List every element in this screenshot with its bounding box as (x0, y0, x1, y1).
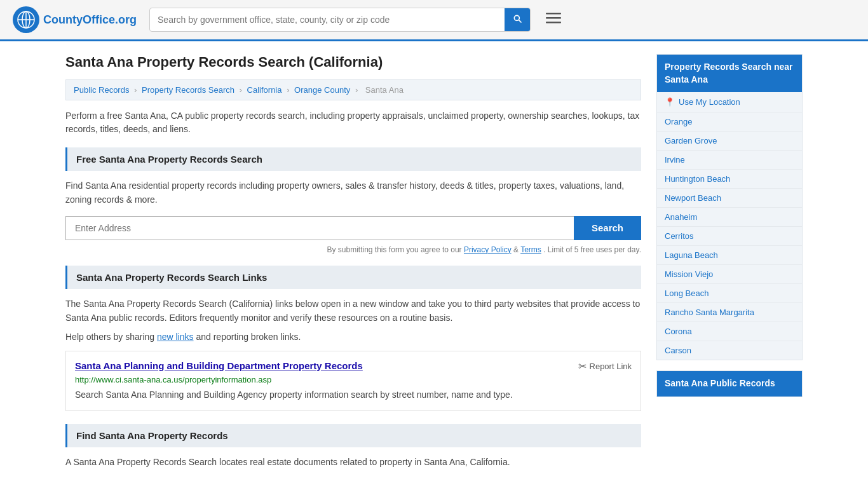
links-section-heading: Santa Ana Property Records Search Links (65, 266, 641, 289)
new-links-link[interactable]: new links (157, 332, 194, 342)
find-section-heading: Find Santa Ana Property Records (65, 424, 641, 447)
sidebar-item-long-beach[interactable]: Long Beach (657, 284, 802, 303)
free-search-description: Find Santa Ana residential property reco… (65, 179, 641, 207)
sidebar-item-rancho-santa-margarita[interactable]: Rancho Santa Margarita (657, 303, 802, 322)
header-search-bar (149, 8, 531, 32)
find-section: Find Santa Ana Property Records A Santa … (65, 424, 641, 469)
sidebar-item-cerritos[interactable]: Cerritos (657, 227, 802, 246)
sidebar-item-corona[interactable]: Corona (657, 322, 802, 341)
sidebar-nearby-heading: Property Records Search near Santa Ana (657, 55, 802, 92)
report-icon: ✂ (578, 360, 587, 372)
report-link-label: Report Link (590, 362, 632, 371)
links-section-description: The Santa Ana Property Records Search (C… (65, 297, 641, 325)
address-search-row: Search (65, 216, 641, 240)
use-my-location-item: 📍 Use My Location (657, 92, 802, 112)
record-link-card: Santa Ana Planning and Building Departme… (65, 351, 641, 411)
svg-rect-4 (546, 13, 561, 15)
sidebar-item-irvine[interactable]: Irvine (657, 151, 802, 170)
address-search-button[interactable]: Search (574, 216, 641, 240)
record-url[interactable]: http://www.ci.santa-ana.ca.us/propertyin… (75, 375, 632, 384)
breadcrumb-california[interactable]: California (247, 85, 282, 95)
site-logo[interactable]: CountyOffice.org (13, 6, 137, 33)
record-description: Search Santa Ana Planning and Building A… (75, 388, 632, 402)
hamburger-menu-button[interactable] (543, 8, 564, 32)
form-terms: By submitting this form you agree to our… (65, 245, 641, 254)
sidebar-public-records-heading: Santa Ana Public Records (657, 371, 802, 396)
breadcrumb-orange-county[interactable]: Orange County (294, 85, 350, 95)
header-search-button[interactable] (505, 8, 530, 31)
sidebar-item-anaheim[interactable]: Anaheim (657, 208, 802, 227)
report-link-button[interactable]: ✂ Report Link (578, 360, 632, 372)
share-links-text: Help others by sharing new links and rep… (65, 332, 641, 342)
breadcrumb-property-records-search[interactable]: Property Records Search (142, 85, 234, 95)
sidebar-public-records-section: Santa Ana Public Records (656, 370, 803, 397)
sidebar-item-garden-grove[interactable]: Garden Grove (657, 132, 802, 151)
header-search-input[interactable] (150, 10, 505, 30)
sidebar: Property Records Search near Santa Ana 📍… (656, 54, 803, 478)
sidebar-item-newport-beach[interactable]: Newport Beach (657, 189, 802, 208)
logo-text: CountyOffice.org (43, 13, 137, 27)
breadcrumb-santa-ana: Santa Ana (365, 85, 403, 95)
free-search-heading: Free Santa Ana Property Records Search (65, 147, 641, 171)
page-title: Santa Ana Property Records Search (Calif… (65, 54, 641, 71)
record-link-header: Santa Ana Planning and Building Departme… (75, 360, 632, 375)
pin-icon: 📍 (665, 97, 675, 107)
breadcrumb-public-records[interactable]: Public Records (74, 85, 129, 95)
main-content: Santa Ana Property Records Search (Calif… (65, 54, 641, 478)
sidebar-item-laguna-beach[interactable]: Laguna Beach (657, 246, 802, 265)
record-link-title[interactable]: Santa Ana Planning and Building Departme… (75, 360, 363, 371)
svg-rect-6 (546, 22, 561, 24)
sidebar-item-huntington-beach[interactable]: Huntington Beach (657, 170, 802, 189)
find-section-text: A Santa Ana Property Records Search loca… (65, 455, 641, 469)
sidebar-nearby-section: Property Records Search near Santa Ana 📍… (656, 54, 803, 360)
sidebar-item-carson[interactable]: Carson (657, 341, 802, 360)
use-my-location-link[interactable]: Use My Location (679, 97, 740, 107)
sidebar-item-mission-viejo[interactable]: Mission Viejo (657, 265, 802, 284)
intro-text: Perform a free Santa Ana, CA public prop… (65, 109, 641, 136)
sidebar-item-orange[interactable]: Orange (657, 112, 802, 132)
privacy-policy-link[interactable]: Privacy Policy (464, 245, 512, 254)
address-input[interactable] (65, 216, 574, 240)
terms-link[interactable]: Terms (520, 245, 541, 254)
links-section: Santa Ana Property Records Search Links … (65, 266, 641, 411)
logo-icon (13, 6, 39, 33)
breadcrumb: Public Records › Property Records Search… (65, 79, 641, 100)
svg-rect-5 (546, 17, 561, 19)
